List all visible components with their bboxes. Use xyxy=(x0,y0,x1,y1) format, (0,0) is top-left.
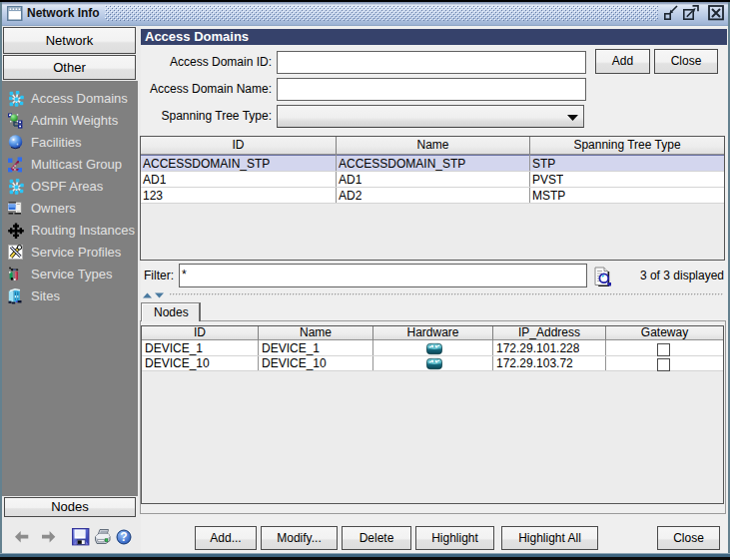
svg-text:?: ? xyxy=(120,530,127,544)
